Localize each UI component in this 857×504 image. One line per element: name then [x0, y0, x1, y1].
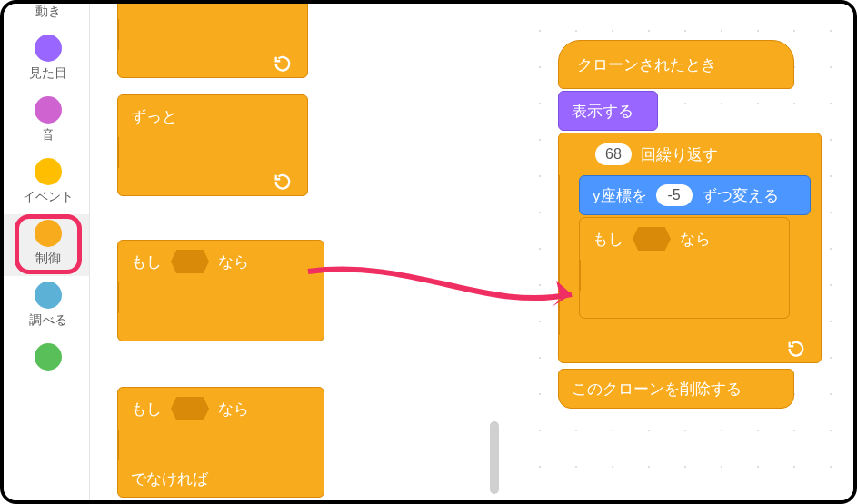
category-sidebar: 動き 見た目 音 イベント 制御 調べる: [4, 4, 90, 500]
looks-dot-icon: [35, 35, 62, 62]
condition-slot[interactable]: [171, 397, 209, 420]
block-label: でなければ: [131, 469, 208, 489]
condition-slot[interactable]: [633, 227, 671, 251]
script-canvas[interactable]: クローンされたとき 表示する 68 回繰り返す y座標を: [513, 4, 853, 500]
repeat-block-partial[interactable]: [117, 4, 308, 78]
show-block[interactable]: 表示する: [558, 91, 658, 131]
change-y-block[interactable]: y座標を -5 ずつ変える: [579, 175, 811, 215]
category-events[interactable]: イベント: [4, 153, 89, 214]
when-cloned-hat-block[interactable]: クローンされたとき: [558, 40, 794, 89]
sensing-dot-icon: [35, 282, 62, 309]
loop-arrow-icon: [786, 339, 806, 359]
category-label: イベント: [23, 189, 74, 205]
category-operators[interactable]: [4, 338, 89, 383]
block-palette: ずっと もし なら もし なら でなければ: [90, 4, 344, 500]
events-dot-icon: [35, 158, 62, 185]
category-control[interactable]: 制御: [4, 214, 89, 276]
if-else-block[interactable]: もし なら でなければ: [117, 387, 324, 498]
block-label: ずつ変える: [702, 185, 779, 206]
category-label: 音: [42, 127, 55, 143]
loop-arrow-icon: [273, 172, 293, 192]
category-label: 動き: [35, 4, 61, 20]
category-label: 見た目: [29, 65, 67, 82]
condition-slot[interactable]: [171, 250, 209, 273]
repeat-block[interactable]: 68 回繰り返す y座標を -5 ずつ変える: [558, 133, 822, 363]
block-label: 回繰り返す: [641, 144, 718, 165]
category-looks[interactable]: 見た目: [4, 29, 89, 91]
forever-block[interactable]: ずっと: [117, 94, 308, 196]
block-label: ずっと: [131, 106, 177, 127]
control-dot-icon: [35, 220, 62, 247]
palette-scrollbar[interactable]: [490, 421, 499, 494]
block-label: y座標を: [593, 185, 647, 206]
loop-arrow-icon: [273, 54, 293, 74]
block-label: なら: [218, 399, 249, 420]
delete-clone-block[interactable]: このクローンを削除する: [558, 369, 794, 409]
category-label: 調べる: [29, 312, 67, 329]
category-sound[interactable]: 音: [4, 91, 89, 153]
block-label: なら: [218, 252, 249, 272]
if-block[interactable]: もし なら: [579, 217, 790, 319]
block-label: なら: [680, 229, 711, 250]
category-motion[interactable]: 動き: [4, 4, 89, 29]
if-block[interactable]: もし なら: [117, 240, 324, 341]
block-label: もし: [593, 229, 623, 250]
block-label: もし: [131, 252, 162, 272]
change-y-input[interactable]: -5: [656, 184, 693, 206]
block-label: このクローンを削除する: [572, 379, 742, 400]
block-label: もし: [131, 399, 162, 420]
category-label: 制御: [35, 251, 61, 267]
block-label: 表示する: [572, 101, 633, 122]
category-sensing[interactable]: 調べる: [4, 276, 89, 338]
repeat-count-input[interactable]: 68: [595, 143, 632, 165]
operators-dot-icon: [35, 343, 62, 371]
block-label: クローンされたとき: [577, 54, 716, 75]
sound-dot-icon: [35, 96, 62, 124]
